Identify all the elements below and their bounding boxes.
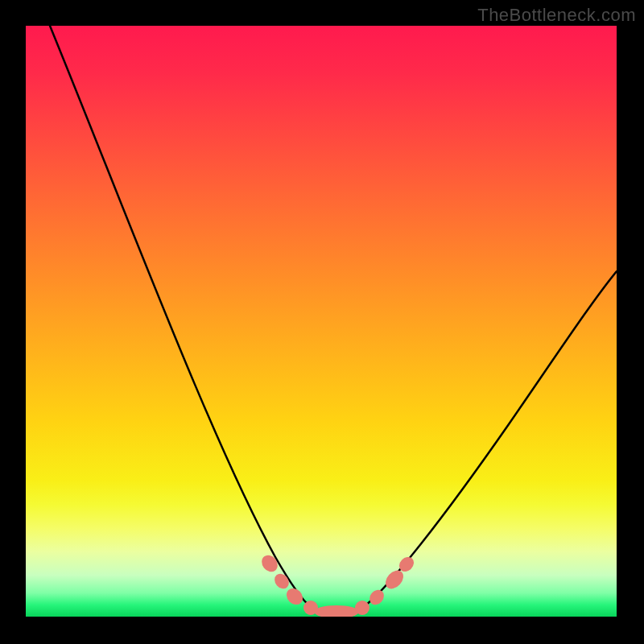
valley-marker (314, 605, 359, 617)
valley-markers (258, 552, 417, 617)
valley-marker (258, 552, 281, 575)
valley-marker (355, 601, 369, 615)
plot-area (26, 26, 617, 617)
bottleneck-curve (26, 26, 617, 617)
valley-marker (366, 587, 386, 608)
curve-left-branch (50, 26, 312, 608)
curve-right-branch (362, 271, 617, 608)
watermark-text: TheBottleneck.com (477, 5, 636, 26)
chart-frame: TheBottleneck.com (0, 0, 644, 644)
